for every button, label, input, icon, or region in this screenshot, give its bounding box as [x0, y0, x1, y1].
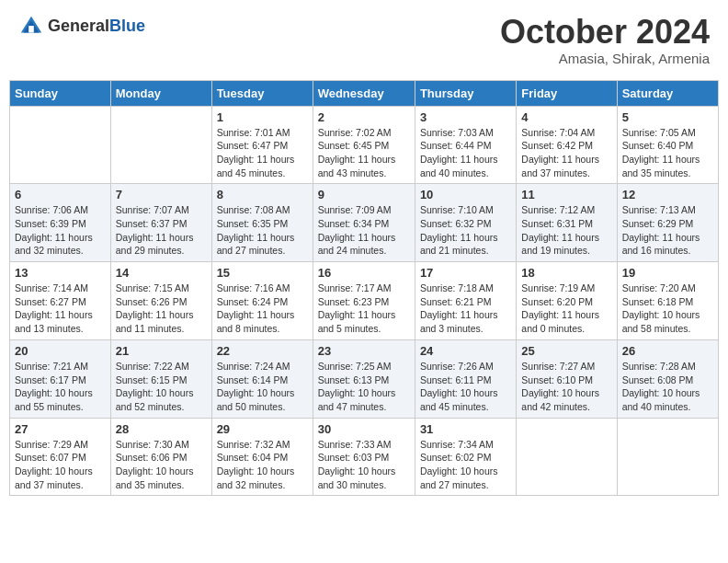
- day-cell: 3Sunrise: 7:03 AM Sunset: 6:44 PM Daylig…: [415, 106, 516, 184]
- day-info: Sunrise: 7:09 AM Sunset: 6:34 PM Dayligh…: [318, 203, 410, 258]
- day-info: Sunrise: 7:32 AM Sunset: 6:04 PM Dayligh…: [217, 438, 308, 492]
- day-info: Sunrise: 7:18 AM Sunset: 6:21 PM Dayligh…: [420, 282, 511, 336]
- day-cell: 30Sunrise: 7:33 AM Sunset: 6:03 PM Dayli…: [313, 418, 415, 496]
- day-number: 9: [318, 188, 410, 201]
- day-cell: 26Sunrise: 7:28 AM Sunset: 6:08 PM Dayli…: [617, 339, 718, 418]
- day-info: Sunrise: 7:24 AM Sunset: 6:14 PM Dayligh…: [217, 360, 308, 414]
- header-cell-sunday: Sunday: [10, 80, 111, 106]
- day-number: 8: [217, 188, 308, 201]
- day-info: Sunrise: 7:03 AM Sunset: 6:44 PM Dayligh…: [420, 126, 511, 180]
- location-title: Amasia, Shirak, Armenia: [500, 51, 710, 66]
- day-number: 27: [15, 422, 106, 436]
- day-info: Sunrise: 7:21 AM Sunset: 6:17 PM Dayligh…: [15, 360, 106, 414]
- header-cell-saturday: Saturday: [617, 80, 718, 106]
- day-number: 6: [15, 188, 106, 201]
- week-row: 6Sunrise: 7:06 AM Sunset: 6:39 PM Daylig…: [10, 184, 719, 262]
- day-cell: 11Sunrise: 7:12 AM Sunset: 6:31 PM Dayli…: [517, 184, 617, 262]
- day-info: Sunrise: 7:29 AM Sunset: 6:07 PM Dayligh…: [15, 438, 106, 492]
- day-cell: 5Sunrise: 7:05 AM Sunset: 6:40 PM Daylig…: [617, 106, 718, 184]
- day-cell: 1Sunrise: 7:01 AM Sunset: 6:47 PM Daylig…: [211, 106, 313, 184]
- day-cell: [10, 106, 111, 184]
- day-number: 7: [116, 188, 207, 201]
- header-cell-monday: Monday: [110, 80, 211, 106]
- logo: GeneralBlue: [18, 14, 145, 40]
- day-info: Sunrise: 7:10 AM Sunset: 6:32 PM Dayligh…: [420, 203, 511, 258]
- day-info: Sunrise: 7:28 AM Sunset: 6:08 PM Dayligh…: [622, 360, 713, 414]
- day-cell: 25Sunrise: 7:27 AM Sunset: 6:10 PM Dayli…: [517, 339, 617, 418]
- week-row: 1Sunrise: 7:01 AM Sunset: 6:47 PM Daylig…: [10, 106, 719, 184]
- day-number: 20: [15, 344, 106, 358]
- day-number: 4: [521, 110, 611, 124]
- day-cell: 18Sunrise: 7:19 AM Sunset: 6:20 PM Dayli…: [517, 262, 617, 340]
- day-info: Sunrise: 7:07 AM Sunset: 6:37 PM Dayligh…: [116, 203, 207, 258]
- day-info: Sunrise: 7:02 AM Sunset: 6:45 PM Dayligh…: [318, 126, 410, 180]
- day-cell: 2Sunrise: 7:02 AM Sunset: 6:45 PM Daylig…: [313, 106, 415, 184]
- day-cell: [517, 418, 617, 496]
- day-cell: 4Sunrise: 7:04 AM Sunset: 6:42 PM Daylig…: [517, 106, 617, 184]
- day-number: 18: [521, 266, 611, 280]
- header-cell-tuesday: Tuesday: [211, 80, 313, 106]
- day-cell: 16Sunrise: 7:17 AM Sunset: 6:23 PM Dayli…: [313, 262, 415, 340]
- week-row: 13Sunrise: 7:14 AM Sunset: 6:27 PM Dayli…: [10, 262, 719, 340]
- day-number: 28: [116, 422, 207, 436]
- day-cell: 13Sunrise: 7:14 AM Sunset: 6:27 PM Dayli…: [10, 262, 111, 340]
- day-cell: 17Sunrise: 7:18 AM Sunset: 6:21 PM Dayli…: [415, 262, 516, 340]
- week-row: 20Sunrise: 7:21 AM Sunset: 6:17 PM Dayli…: [10, 339, 719, 418]
- day-cell: 9Sunrise: 7:09 AM Sunset: 6:34 PM Daylig…: [313, 184, 415, 262]
- day-info: Sunrise: 7:15 AM Sunset: 6:26 PM Dayligh…: [116, 282, 207, 336]
- day-number: 22: [217, 344, 308, 358]
- day-number: 21: [116, 344, 207, 358]
- day-cell: 14Sunrise: 7:15 AM Sunset: 6:26 PM Dayli…: [110, 262, 211, 340]
- month-title: October 2024: [500, 14, 710, 51]
- logo-icon: [18, 14, 44, 40]
- day-number: 10: [420, 188, 511, 201]
- day-number: 26: [622, 344, 713, 358]
- header-row: SundayMondayTuesdayWednesdayThursdayFrid…: [10, 80, 719, 106]
- day-number: 15: [217, 266, 308, 280]
- day-cell: 15Sunrise: 7:16 AM Sunset: 6:24 PM Dayli…: [211, 262, 313, 340]
- day-number: 3: [420, 110, 511, 124]
- day-info: Sunrise: 7:17 AM Sunset: 6:23 PM Dayligh…: [318, 282, 410, 336]
- week-row: 27Sunrise: 7:29 AM Sunset: 6:07 PM Dayli…: [10, 418, 719, 496]
- day-cell: [110, 106, 211, 184]
- page-header: GeneralBlue October 2024 Amasia, Shirak,…: [9, 9, 719, 71]
- day-cell: 19Sunrise: 7:20 AM Sunset: 6:18 PM Dayli…: [617, 262, 718, 340]
- day-info: Sunrise: 7:01 AM Sunset: 6:47 PM Dayligh…: [217, 126, 308, 180]
- day-cell: 29Sunrise: 7:32 AM Sunset: 6:04 PM Dayli…: [211, 418, 313, 496]
- day-number: 1: [217, 110, 308, 124]
- day-info: Sunrise: 7:08 AM Sunset: 6:35 PM Dayligh…: [217, 203, 308, 258]
- day-number: 14: [116, 266, 207, 280]
- day-number: 25: [521, 344, 611, 358]
- day-cell: 6Sunrise: 7:06 AM Sunset: 6:39 PM Daylig…: [10, 184, 111, 262]
- day-cell: 8Sunrise: 7:08 AM Sunset: 6:35 PM Daylig…: [211, 184, 313, 262]
- day-info: Sunrise: 7:14 AM Sunset: 6:27 PM Dayligh…: [15, 282, 106, 336]
- header-cell-friday: Friday: [517, 80, 617, 106]
- day-info: Sunrise: 7:26 AM Sunset: 6:11 PM Dayligh…: [420, 360, 511, 414]
- day-info: Sunrise: 7:05 AM Sunset: 6:40 PM Dayligh…: [622, 126, 713, 180]
- day-cell: 12Sunrise: 7:13 AM Sunset: 6:29 PM Dayli…: [617, 184, 718, 262]
- day-cell: 23Sunrise: 7:25 AM Sunset: 6:13 PM Dayli…: [313, 339, 415, 418]
- day-cell: 31Sunrise: 7:34 AM Sunset: 6:02 PM Dayli…: [415, 418, 516, 496]
- day-cell: 20Sunrise: 7:21 AM Sunset: 6:17 PM Dayli…: [10, 339, 111, 418]
- day-number: 2: [318, 110, 410, 124]
- calendar-body: 1Sunrise: 7:01 AM Sunset: 6:47 PM Daylig…: [10, 106, 719, 496]
- day-cell: 24Sunrise: 7:26 AM Sunset: 6:11 PM Dayli…: [415, 339, 516, 418]
- day-number: 31: [420, 422, 511, 436]
- day-number: 24: [420, 344, 511, 358]
- day-info: Sunrise: 7:19 AM Sunset: 6:20 PM Dayligh…: [521, 282, 611, 336]
- day-info: Sunrise: 7:27 AM Sunset: 6:10 PM Dayligh…: [521, 360, 611, 414]
- day-number: 13: [15, 266, 106, 280]
- day-info: Sunrise: 7:04 AM Sunset: 6:42 PM Dayligh…: [521, 126, 611, 180]
- day-number: 16: [318, 266, 410, 280]
- day-number: 5: [622, 110, 713, 124]
- day-info: Sunrise: 7:12 AM Sunset: 6:31 PM Dayligh…: [521, 203, 611, 258]
- day-cell: 21Sunrise: 7:22 AM Sunset: 6:15 PM Dayli…: [110, 339, 211, 418]
- day-info: Sunrise: 7:06 AM Sunset: 6:39 PM Dayligh…: [15, 203, 106, 258]
- day-cell: 28Sunrise: 7:30 AM Sunset: 6:06 PM Dayli…: [110, 418, 211, 496]
- day-number: 23: [318, 344, 410, 358]
- day-cell: [617, 418, 718, 496]
- header-cell-thursday: Thursday: [415, 80, 516, 106]
- header-cell-wednesday: Wednesday: [313, 80, 415, 106]
- day-number: 29: [217, 422, 308, 436]
- day-info: Sunrise: 7:34 AM Sunset: 6:02 PM Dayligh…: [420, 438, 511, 492]
